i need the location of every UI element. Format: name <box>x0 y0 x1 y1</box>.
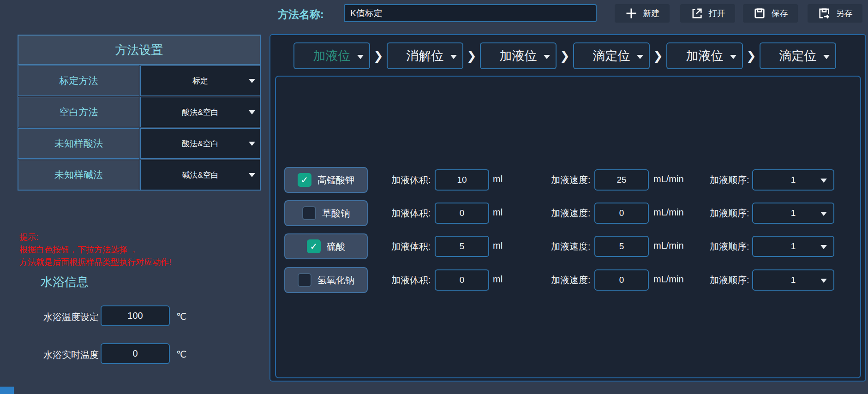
unknown-acid-method-value: 酸法&空白 <box>182 138 218 149</box>
unknown-acid-method-label: 未知样酸法 <box>18 128 139 159</box>
volume-input[interactable] <box>435 269 489 291</box>
reagent-toggle-h2so4[interactable]: ✓ 硫酸 <box>284 233 368 259</box>
workflow-step-4[interactable]: 滴定位 <box>573 42 650 69</box>
volume-input[interactable] <box>435 169 489 191</box>
speed-label: 加液速度: <box>551 207 591 220</box>
workflow-step-2-label: 消解位 <box>407 48 444 64</box>
chevron-down-icon <box>820 179 827 183</box>
reagent-name: 高锰酸钾 <box>317 174 354 186</box>
save-button[interactable]: 保存 <box>743 4 798 23</box>
unknown-alkali-method-value: 碱法&空白 <box>182 170 218 180</box>
method-steps-panel: 加液位 ❯ 消解位 ❯ 加液位 ❯ 滴定位 ❯ 加液位 ❯ 滴定位 <box>269 34 866 382</box>
workflow-step-5[interactable]: 加液位 <box>666 42 743 69</box>
volume-label: 加液体积: <box>391 274 431 287</box>
speed-unit: mL/min <box>653 240 684 251</box>
workflow-step-4-label: 滴定位 <box>593 48 630 64</box>
chevron-down-icon <box>249 142 255 146</box>
bath-temp-actual-unit: ℃ <box>176 349 186 360</box>
new-button[interactable]: 新建 <box>615 4 670 23</box>
order-value: 1 <box>791 175 796 185</box>
order-label: 加液顺序: <box>710 240 749 253</box>
order-select[interactable]: 1 <box>752 203 834 224</box>
checkbox-checked-icon[interactable]: ✓ <box>307 239 321 253</box>
hint-line: 方法就是后面根据样品类型执行对应动作! <box>19 256 171 269</box>
hint-line: 提示: <box>19 231 171 244</box>
checkbox-unchecked-icon[interactable]: ✓ <box>302 206 316 220</box>
volume-label: 加液体积: <box>391 207 431 220</box>
checkbox-unchecked-icon[interactable]: ✓ <box>298 273 311 287</box>
reagent-toggle-naoh[interactable]: ✓ 氢氧化钠 <box>284 267 368 293</box>
method-name-label: 方法名称: <box>278 7 324 22</box>
chevron-down-icon <box>544 55 550 59</box>
order-select[interactable]: 1 <box>752 169 834 191</box>
reagent-row-h2so4: ✓ 硫酸 加液体积: ml 加液速度: mL/min 加液顺序: 1 <box>276 233 860 259</box>
order-value: 1 <box>791 241 796 251</box>
hint-line: 根据白色按钮，下拉方法选择 ， <box>19 244 171 256</box>
table-row: 未知样碱法 碱法&空白 <box>18 160 260 190</box>
volume-label: 加液体积: <box>391 174 431 186</box>
order-label: 加液顺序: <box>710 174 749 186</box>
volume-unit: ml <box>493 240 503 251</box>
corner-accent <box>0 387 14 394</box>
chevron-down-icon <box>820 212 827 216</box>
workflow-step-1[interactable]: 加液位 <box>293 42 370 69</box>
chevron-down-icon <box>820 245 827 249</box>
bath-temp-set-label: 水浴温度设定 <box>43 311 99 323</box>
speed-unit: mL/min <box>653 174 684 185</box>
chevron-down-icon <box>823 55 830 59</box>
speed-unit: mL/min <box>653 274 684 285</box>
reagent-name: 草酸钠 <box>322 207 350 220</box>
plus-icon <box>625 7 638 20</box>
step-arrow-icon: ❯ <box>743 49 760 63</box>
chevron-down-icon <box>450 55 457 59</box>
volume-unit: ml <box>493 274 503 285</box>
order-label: 加液顺序: <box>710 274 749 287</box>
blank-method-select[interactable]: 酸法&空白 <box>140 97 260 127</box>
chevron-down-icon <box>820 279 827 283</box>
calibration-method-label: 标定方法 <box>18 66 139 96</box>
speed-label: 加液速度: <box>551 240 591 253</box>
app-window: { "colors": { "background": "#313c4f", "… <box>0 0 868 394</box>
order-select[interactable]: 1 <box>752 269 834 291</box>
save-button-label: 保存 <box>772 8 788 19</box>
chevron-down-icon <box>249 110 255 114</box>
step-arrow-icon: ❯ <box>650 49 666 63</box>
workflow-step-1-label: 加液位 <box>313 48 351 64</box>
reagent-row-na-oxalate: ✓ 草酸钠 加液体积: ml 加液速度: mL/min 加液顺序: 1 <box>276 200 860 226</box>
method-settings-table: 方法设置 标定方法 标定 空白方法 酸法&空白 未知样酸法 酸法&空白 未知样碱… <box>18 35 261 191</box>
bath-temp-set-input[interactable] <box>101 305 170 326</box>
workflow-step-3[interactable]: 加液位 <box>480 42 557 69</box>
order-select[interactable]: 1 <box>752 236 834 257</box>
bath-temp-set-unit: ℃ <box>176 311 186 322</box>
workflow-step-6[interactable]: 滴定位 <box>760 42 836 69</box>
save-as-icon <box>818 7 831 20</box>
unknown-acid-method-select[interactable]: 酸法&空白 <box>140 128 260 159</box>
method-settings-title: 方法设置 <box>18 35 260 65</box>
speed-input[interactable] <box>594 269 649 291</box>
volume-input[interactable] <box>435 236 489 257</box>
workflow-step-5-label: 加液位 <box>686 48 724 64</box>
checkbox-checked-icon[interactable]: ✓ <box>298 173 311 187</box>
volume-input[interactable] <box>435 203 489 224</box>
workflow-step-2[interactable]: 消解位 <box>387 42 463 69</box>
reagent-toggle-kmno4[interactable]: ✓ 高锰酸钾 <box>284 167 368 193</box>
reagent-row-kmno4: ✓ 高锰酸钾 加液体积: ml 加液速度: mL/min 加液顺序: 1 <box>276 167 860 193</box>
table-row: 未知样酸法 酸法&空白 <box>18 128 260 159</box>
bath-temp-actual-label: 水浴实时温度 <box>43 349 99 361</box>
chevron-down-icon <box>249 173 255 177</box>
unknown-alkali-method-select[interactable]: 碱法&空白 <box>140 160 260 190</box>
save-as-button[interactable]: 另存 <box>808 4 862 23</box>
calibration-method-select[interactable]: 标定 <box>140 66 260 96</box>
liquid-addition-panel: ✓ 高锰酸钾 加液体积: ml 加液速度: mL/min 加液顺序: 1 ✓ 草… <box>275 76 861 378</box>
chevron-down-icon <box>730 55 736 59</box>
bath-temp-actual-input[interactable] <box>101 343 170 364</box>
reagent-toggle-na-oxalate[interactable]: ✓ 草酸钠 <box>284 200 368 226</box>
speed-input[interactable] <box>594 203 649 224</box>
speed-input[interactable] <box>594 169 649 191</box>
speed-input[interactable] <box>594 236 649 257</box>
save-icon <box>753 7 766 20</box>
method-name-input[interactable] <box>344 4 597 22</box>
blank-method-value: 酸法&空白 <box>182 107 218 118</box>
open-button[interactable]: 打开 <box>680 4 735 23</box>
order-value: 1 <box>791 208 796 218</box>
